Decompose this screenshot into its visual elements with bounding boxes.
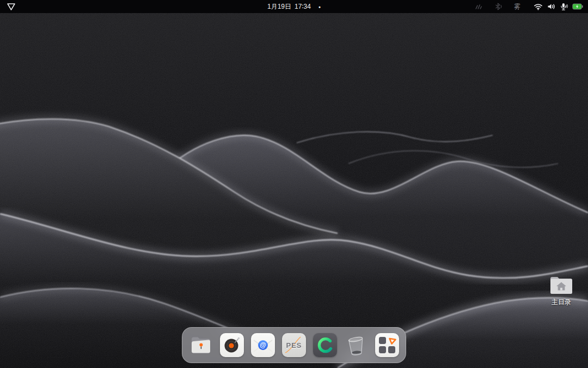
bluetooth-icon xyxy=(494,3,503,10)
triangle-logo-icon xyxy=(7,3,16,11)
microphone-tray-item[interactable] xyxy=(560,3,568,11)
system-tray: 雾 xyxy=(475,2,588,11)
clock[interactable]: 1月19日 17∶34 xyxy=(267,2,311,11)
dock-item-app-launcher[interactable] xyxy=(375,333,399,357)
dock: @ PES xyxy=(182,327,406,363)
home-folder-label: 主目录 xyxy=(552,298,571,307)
signal-waves-icon xyxy=(475,3,482,10)
wallpaper-dark-waves xyxy=(0,0,588,368)
pes-icon: PES xyxy=(282,333,306,357)
clock-time: 17∶34 xyxy=(295,3,311,10)
wifi-icon xyxy=(534,3,543,10)
mail-icon: @ xyxy=(251,333,275,357)
weather-indicator[interactable]: 雾 xyxy=(514,2,520,11)
activity-indicator-dot[interactable]: ● xyxy=(318,5,321,9)
distro-logo-button[interactable] xyxy=(7,3,16,11)
wifi-tray-item[interactable] xyxy=(534,3,543,10)
microphone-icon xyxy=(560,3,568,11)
volume-icon xyxy=(547,3,556,10)
home-folder-icon xyxy=(549,275,574,295)
dock-item-trash[interactable] xyxy=(344,333,368,357)
dock-item-file-manager[interactable] xyxy=(189,333,213,357)
bluetooth-tray-item[interactable] xyxy=(494,3,503,10)
battery-tray-item[interactable] xyxy=(572,3,583,10)
browser-icon xyxy=(313,333,337,357)
signal-waves-tray-item[interactable] xyxy=(475,3,482,10)
top-bar: 1月19日 17∶34 ● xyxy=(0,0,588,13)
dock-item-music-player[interactable] xyxy=(220,333,244,357)
volume-tray-item[interactable] xyxy=(547,3,556,10)
clock-date: 1月19日 xyxy=(267,2,291,11)
mail-at-glyph: @ xyxy=(260,341,266,349)
desktop-icon-home-folder[interactable]: 主目录 xyxy=(546,275,577,307)
pes-label: PES xyxy=(286,341,302,349)
battery-icon xyxy=(572,3,583,10)
music-player-icon xyxy=(220,333,244,357)
app-launcher-icon xyxy=(375,333,399,357)
dock-item-mail[interactable]: @ xyxy=(251,333,275,357)
trash-icon xyxy=(344,333,368,357)
desktop-screen: 1月19日 17∶34 ● xyxy=(0,0,588,368)
dock-item-pes[interactable]: PES xyxy=(282,333,306,357)
file-manager-icon xyxy=(189,333,213,357)
dock-item-browser[interactable] xyxy=(313,333,337,357)
